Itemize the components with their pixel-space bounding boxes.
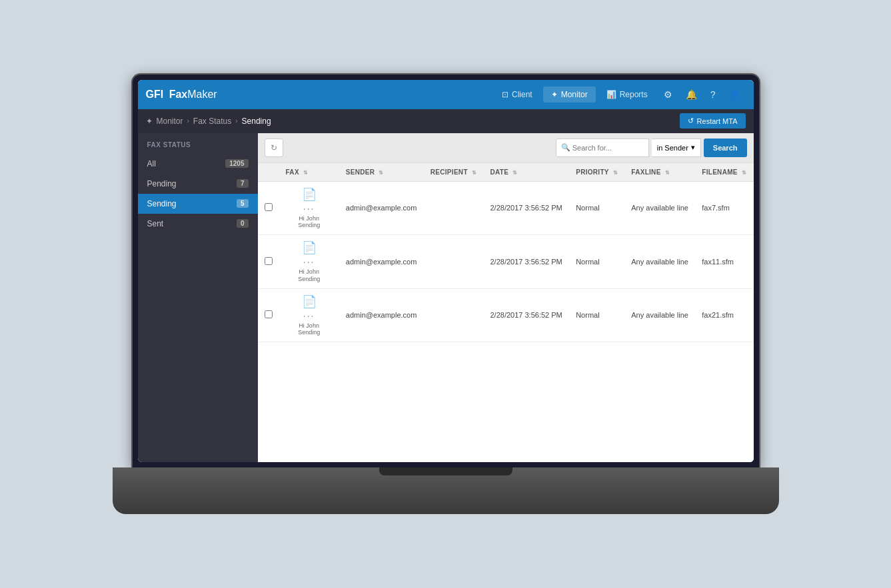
- table-header-checkbox: [258, 163, 279, 182]
- sidebar-section-label: FAX STATUS: [138, 141, 258, 154]
- table-row[interactable]: 📄 ··· Hi JohnSending admin@example.com 2…: [258, 181, 754, 235]
- help-icon[interactable]: ?: [705, 86, 721, 103]
- row-checkbox-1[interactable]: [265, 257, 273, 265]
- laptop-hinge: [379, 467, 512, 475]
- logo-gfi: GFI: [146, 89, 164, 101]
- nav-client-button[interactable]: ⊡ Client: [494, 87, 540, 103]
- reports-icon: 📊: [606, 90, 616, 99]
- content-area: ↻ 🔍 in Sender ▾ Search: [258, 133, 754, 462]
- sidebar-item-pending[interactable]: Pending 7: [138, 174, 258, 194]
- row-priority-2: Normal: [569, 288, 624, 342]
- sort-icon-date: ⇅: [512, 170, 517, 176]
- row-fax-cell-0: 📄 ··· Hi JohnSending: [279, 181, 339, 235]
- fax-file-icon-1: 📄: [302, 240, 317, 255]
- table-header-recipient[interactable]: RECIPIENT ⇅: [424, 163, 484, 182]
- app-logo: GFI FaxMaker: [146, 89, 217, 101]
- breadcrumb: ✦ Monitor › Fax Status › Sending: [146, 117, 271, 126]
- toolbar: ↻ 🔍 in Sender ▾ Search: [258, 133, 754, 163]
- fax-dots-1: ···: [303, 256, 315, 267]
- row-filename-1: fax11.sfm: [695, 235, 753, 289]
- fax-label-1: Hi JohnSending: [298, 268, 320, 283]
- sidebar-badge-all: 1205: [225, 159, 248, 168]
- logo-fax: Fax: [169, 89, 188, 101]
- sidebar-item-sent[interactable]: Sent 0: [138, 214, 258, 234]
- row-recipient-2: [424, 288, 484, 342]
- sort-icon-priority: ⇅: [613, 170, 618, 176]
- row-filename-0: fax7.sfm: [695, 181, 753, 235]
- sidebar-label-sent: Sent: [147, 219, 164, 228]
- sidebar: FAX STATUS All 1205 Pending 7 Sending 5: [138, 133, 258, 462]
- row-faxline-1: Any available line: [624, 235, 695, 289]
- search-button[interactable]: Search: [704, 139, 747, 157]
- restart-icon: ↺: [688, 117, 694, 125]
- row-recipient-0: [424, 181, 484, 235]
- search-icon: 🔍: [561, 143, 570, 152]
- row-fax-cell-2: 📄 ··· Hi JohnSending: [279, 288, 339, 342]
- row-fax-cell-1: 📄 ··· Hi JohnSending: [279, 235, 339, 289]
- table-container: FAX ⇅ SENDER ⇅ RECIPIENT: [258, 163, 754, 462]
- row-sender-0: admin@example.com: [339, 181, 424, 235]
- bell-icon[interactable]: 🔔: [680, 86, 702, 103]
- row-priority-0: Normal: [569, 181, 624, 235]
- row-faxline-0: Any available line: [624, 181, 695, 235]
- sort-icon-sender: ⇅: [379, 170, 383, 176]
- sidebar-label-all: All: [147, 159, 156, 168]
- fax-table: FAX ⇅ SENDER ⇅ RECIPIENT: [258, 163, 754, 343]
- row-priority-1: Normal: [569, 235, 624, 289]
- row-checkbox-0[interactable]: [265, 203, 273, 211]
- search-scope-dropdown[interactable]: in Sender ▾: [652, 139, 701, 157]
- nav-reports-button[interactable]: 📊 Reports: [598, 87, 656, 103]
- refresh-icon: ↻: [271, 143, 277, 152]
- row-faxline-2: Any available line: [624, 288, 695, 342]
- chevron-down-icon: ▾: [691, 143, 695, 152]
- sort-icon-fax: ⇅: [303, 170, 308, 176]
- sort-icon-recipient: ⇅: [472, 170, 476, 176]
- row-filename-2: fax21.sfm: [695, 288, 753, 342]
- table-header-faxline[interactable]: FAXLINE ⇅: [624, 163, 695, 182]
- fax-label-2: Hi JohnSending: [298, 322, 320, 337]
- table-row[interactable]: 📄 ··· Hi JohnSending admin@example.com 2…: [258, 235, 754, 289]
- search-area: 🔍 in Sender ▾ Search: [556, 139, 747, 157]
- row-date-2: 2/28/2017 3:56:52 PM: [483, 288, 569, 342]
- table-row[interactable]: 📄 ··· Hi JohnSending admin@example.com 2…: [258, 288, 754, 342]
- sidebar-label-pending: Pending: [147, 179, 177, 188]
- sidebar-item-all[interactable]: All 1205: [138, 154, 258, 174]
- sidebar-badge-pending: 7: [237, 179, 249, 188]
- row-checkbox-2[interactable]: [265, 310, 273, 318]
- table-header-date[interactable]: DATE ⇅: [483, 163, 569, 182]
- search-input-wrapper: 🔍: [556, 139, 649, 157]
- fax-dots-0: ···: [303, 203, 315, 214]
- sidebar-item-sending[interactable]: Sending 5: [138, 194, 258, 214]
- client-icon: ⊡: [502, 90, 508, 99]
- row-checkbox-cell: [258, 288, 279, 342]
- sidebar-label-sending: Sending: [147, 199, 177, 208]
- fax-file-icon-0: 📄: [302, 187, 317, 202]
- table-header-sender[interactable]: SENDER ⇅: [339, 163, 424, 182]
- table-header-fax[interactable]: FAX ⇅: [279, 163, 339, 182]
- row-sender-1: admin@example.com: [339, 235, 424, 289]
- row-recipient-1: [424, 235, 484, 289]
- table-header-filename[interactable]: FILENAME ⇅: [695, 163, 753, 182]
- row-date-0: 2/28/2017 3:56:52 PM: [483, 181, 569, 235]
- logo-maker: Maker: [187, 89, 217, 101]
- sort-icon-faxline: ⇅: [665, 170, 670, 176]
- sort-icon-filename: ⇅: [742, 170, 746, 176]
- topbar: GFI FaxMaker ⊡ Client ✦ Monitor 📊 Report…: [138, 80, 754, 109]
- table-header-row: FAX ⇅ SENDER ⇅ RECIPIENT: [258, 163, 754, 182]
- fax-dots-2: ···: [303, 310, 315, 321]
- main-area: FAX STATUS All 1205 Pending 7 Sending 5: [138, 133, 754, 462]
- monitor-breadcrumb-icon: ✦: [146, 117, 153, 126]
- nav-buttons: ⊡ Client ✦ Monitor 📊 Reports ⚙ 🔔 ? 👤: [494, 86, 746, 103]
- restart-mta-button[interactable]: ↺ Restart MTA: [680, 113, 746, 129]
- sidebar-badge-sending: 5: [237, 199, 249, 208]
- laptop-base: [113, 467, 779, 514]
- breadcrumb-arrow-2: ›: [235, 117, 237, 125]
- nav-monitor-button[interactable]: ✦ Monitor: [543, 87, 596, 103]
- user-icon[interactable]: 👤: [724, 86, 746, 103]
- settings-icon[interactable]: ⚙: [658, 86, 678, 103]
- fax-file-icon-2: 📄: [302, 294, 317, 309]
- refresh-button[interactable]: ↻: [265, 139, 283, 157]
- monitor-icon: ✦: [551, 90, 558, 99]
- breadcrumb-bar: ✦ Monitor › Fax Status › Sending ↺ Resta…: [138, 109, 754, 133]
- table-header-priority[interactable]: PRIORITY ⇅: [569, 163, 624, 182]
